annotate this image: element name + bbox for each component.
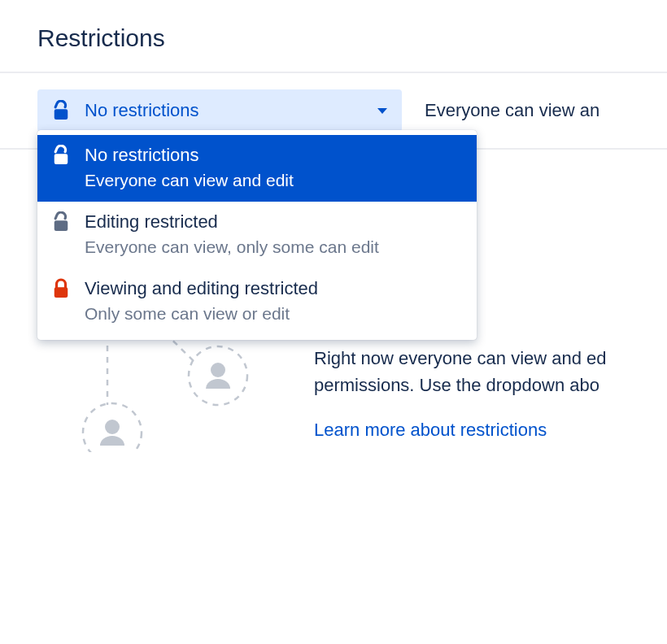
unlock-icon (52, 145, 70, 166)
unlock-icon (52, 211, 70, 233)
page-title: Restrictions (37, 24, 630, 52)
header: Restrictions (0, 0, 667, 72)
option-text: Viewing and editing restricted Only some… (85, 276, 462, 325)
svg-rect-0 (54, 109, 68, 120)
option-desc: Only some can view or edit (85, 302, 462, 325)
option-viewing-editing-restricted[interactable]: Viewing and editing restricted Only some… (37, 268, 477, 335)
option-desc: Everyone can view and edit (85, 169, 462, 192)
chevron-down-icon (377, 108, 387, 114)
content-body: Right now everyone can view and ed permi… (314, 345, 630, 398)
side-description: Everyone can view an (425, 100, 599, 121)
learn-more-link[interactable]: Learn more about restrictions (314, 420, 547, 440)
option-text: No restrictions Everyone can view and ed… (85, 143, 462, 192)
option-title: No restrictions (85, 143, 462, 168)
svg-rect-3 (54, 287, 68, 298)
option-no-restrictions[interactable]: No restrictions Everyone can view and ed… (37, 135, 477, 202)
unlock-icon (52, 100, 70, 121)
svg-rect-2 (54, 220, 68, 231)
restrictions-dropdown[interactable]: No restrictions (37, 89, 402, 132)
option-desc: Everyone can view, only some can edit (85, 236, 462, 259)
option-title: Editing restricted (85, 210, 462, 234)
lock-icon (52, 278, 70, 299)
controls-row: No restrictions Everyone can view an No … (0, 73, 667, 148)
option-editing-restricted[interactable]: Editing restricted Everyone can view, on… (37, 202, 477, 268)
svg-point-11 (105, 420, 120, 434)
option-text: Editing restricted Everyone can view, on… (85, 210, 462, 259)
svg-point-10 (211, 363, 225, 377)
dropdown-menu: No restrictions Everyone can view and ed… (37, 130, 477, 340)
svg-rect-1 (54, 154, 68, 164)
dropdown-selected-label: No restrictions (85, 100, 377, 121)
option-title: Viewing and editing restricted (85, 276, 462, 301)
